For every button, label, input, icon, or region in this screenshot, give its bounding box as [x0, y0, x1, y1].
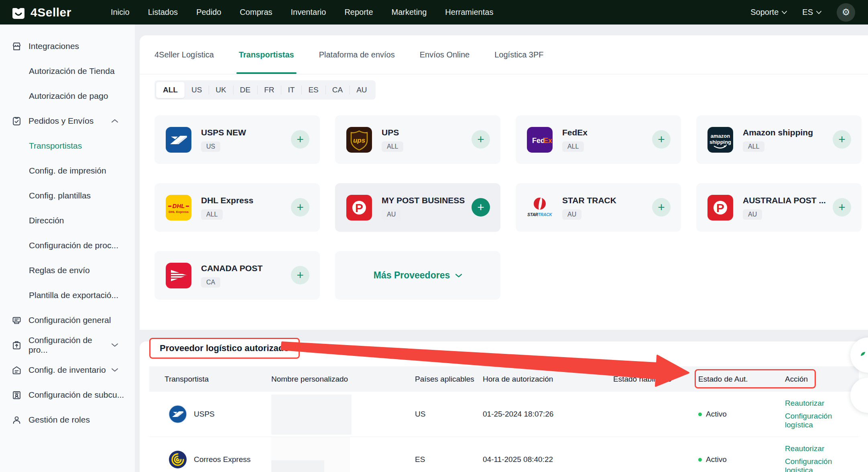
redacted-custom-name — [271, 394, 352, 435]
sidebar-item-configuracion-productos[interactable]: Configuración de pro... — [0, 333, 135, 358]
filter-fr[interactable]: FR — [257, 82, 281, 98]
filter-us[interactable]: US — [185, 82, 209, 98]
nav-item-herramientas[interactable]: Herramientas — [445, 8, 493, 17]
sidebar-item-autorizacion-tienda[interactable]: Autorización de Tienda — [0, 59, 135, 84]
carrier-card-amazon-shipping[interactable]: amazonshipping Amazon shippingALL + — [696, 115, 862, 164]
redacted-custom-name — [271, 460, 324, 472]
carrier-region-tag: CA — [201, 277, 220, 288]
row-carrier-name: Correos Express — [194, 455, 251, 464]
sidebar-item-plantilla-exportacion[interactable]: Plantilla de exportació... — [0, 283, 135, 308]
logistics-config-link[interactable]: Configuración logística — [785, 412, 859, 429]
filter-de[interactable]: DE — [233, 82, 257, 98]
add-carrier-button[interactable]: + — [652, 130, 671, 149]
carrier-card-australia-post[interactable]: P AUSTRALIA POST ...AU + — [696, 183, 862, 232]
status-dot — [698, 458, 702, 462]
support-dropdown[interactable]: Soporte — [750, 8, 787, 17]
main-nav: Inicio Listados Pedido Compras Inventari… — [111, 8, 493, 17]
add-carrier-button[interactable]: + — [291, 198, 309, 217]
col-transportista: Transportista — [149, 375, 271, 384]
nav-item-reporte[interactable]: Reporte — [344, 8, 373, 17]
carrier-region-tag: AU — [743, 209, 762, 220]
toggle-knob — [603, 460, 612, 470]
nav-item-marketing[interactable]: Marketing — [392, 8, 427, 17]
filter-es[interactable]: ES — [301, 82, 325, 98]
plus-icon: + — [658, 201, 665, 213]
add-carrier-button[interactable]: + — [291, 266, 309, 284]
sidebar-item-configuracion-general[interactable]: Configuración general — [0, 308, 135, 333]
add-carrier-button[interactable]: + — [291, 130, 309, 149]
carrier-name: USPS NEW — [201, 128, 246, 137]
carrier-name: CANADA POST — [201, 264, 262, 273]
sidebar-item-configuracion-subcuentas[interactable]: Configuración de subcu... — [0, 382, 135, 407]
tab-envios-online[interactable]: Envíos Online — [420, 35, 470, 74]
carrier-region-tag: ALL — [201, 209, 223, 220]
sidebar-item-pedidos-envios[interactable]: Pedidos y Envíos — [0, 108, 135, 133]
carrier-card-fedex[interactable]: FedEx FedExALL + — [516, 115, 681, 164]
add-carrier-button[interactable]: + — [472, 198, 490, 217]
filter-au[interactable]: AU — [350, 82, 374, 98]
language-dropdown[interactable]: ES — [802, 8, 821, 17]
nav-item-inventario[interactable]: Inventario — [291, 8, 326, 17]
nav-item-inicio[interactable]: Inicio — [111, 8, 130, 17]
add-carrier-button[interactable]: + — [652, 198, 671, 217]
plus-icon: + — [838, 201, 846, 213]
logistics-config-link[interactable]: Configuración logística — [785, 457, 859, 472]
filter-ca[interactable]: CA — [325, 82, 350, 98]
tab-transportistas[interactable]: Transportistas — [239, 35, 294, 74]
nav-item-compras[interactable]: Compras — [240, 8, 272, 17]
filter-uk[interactable]: UK — [209, 82, 233, 98]
carrier-card-canada-post[interactable]: CANADA POSTCA + — [154, 251, 320, 300]
add-carrier-button[interactable]: + — [833, 130, 851, 149]
carrier-card-star-track[interactable]: STARTRACK STAR TRACKAU + — [516, 183, 681, 232]
settings-gear-button[interactable]: ⚙ — [837, 3, 855, 22]
filter-all[interactable]: ALL — [156, 82, 185, 98]
carrier-card-my-post-business[interactable]: P MY POST BUSINESSAU + — [335, 183, 500, 232]
star-track-logo: STARTRACK — [527, 195, 553, 221]
row-countries: US — [415, 410, 483, 419]
sidebar-item-configuracion-proc[interactable]: Configuración de proc... — [0, 233, 135, 258]
plus-icon: + — [838, 133, 846, 145]
brand-logo[interactable]: 4Seller — [10, 4, 71, 20]
sidebar-item-config-impresion[interactable]: Config. de impresión — [0, 158, 135, 183]
sidebar-item-integraciones[interactable]: Integraciones — [0, 34, 135, 59]
carrier-card-ups[interactable]: ups UPSALL + — [335, 115, 500, 164]
usps-logo — [169, 405, 187, 423]
reauthorize-link[interactable]: Reautorizar — [785, 444, 859, 453]
dhl-logo: DHLDHL Express — [166, 195, 191, 221]
svg-text:P: P — [716, 201, 724, 215]
carrier-name: STAR TRACK — [562, 196, 616, 205]
carrier-name: AUSTRALIA POST ... — [743, 196, 826, 205]
amazon-shipping-logo: amazonshipping — [707, 127, 733, 153]
tab-plataforma-envios[interactable]: Plataforma de envíos — [319, 35, 395, 74]
more-providers-button[interactable]: Más Proveedores — [335, 251, 500, 300]
sidebar-item-config-inventario[interactable]: Config. de inventario — [0, 358, 135, 382]
sidebar-item-config-plantillas[interactable]: Config. plantillas — [0, 183, 135, 208]
plus-icon: + — [297, 269, 304, 281]
nav-item-listados[interactable]: Listados — [148, 8, 178, 17]
row-carrier-name: USPS — [194, 410, 215, 419]
carrier-region-tag: ALL — [562, 141, 584, 152]
sidebar-item-transportistas[interactable]: Transportistas — [0, 133, 135, 158]
chevron-down-icon — [816, 11, 821, 14]
add-carrier-button[interactable]: + — [833, 198, 851, 217]
sidebar-item-autorizacion-pago[interactable]: Autorización de pago — [0, 84, 135, 108]
order-bag-icon — [11, 116, 22, 127]
reauthorize-link[interactable]: Reautorizar — [785, 399, 859, 408]
tab-4seller-logistica[interactable]: 4Seller Logística — [154, 35, 214, 74]
sidebar: Integraciones Autorización de Tienda Aut… — [0, 25, 135, 472]
filter-it[interactable]: IT — [281, 82, 301, 98]
sidebar-item-direccion[interactable]: Dirección — [0, 208, 135, 233]
carrier-card-dhl-express[interactable]: DHLDHL Express DHL ExpressALL + — [154, 183, 320, 232]
sidebar-item-reglas-envio[interactable]: Reglas de envío — [0, 258, 135, 283]
nav-item-pedido[interactable]: Pedido — [196, 8, 221, 17]
add-carrier-button[interactable]: + — [472, 130, 490, 149]
plus-icon: + — [477, 201, 484, 213]
storefront-icon — [11, 41, 22, 52]
user-icon — [11, 415, 22, 425]
carrier-card-usps-new[interactable]: USPS NEWUS + — [154, 115, 320, 164]
id-card-icon — [11, 390, 22, 400]
fedex-logo: FedEx — [527, 127, 553, 153]
tab-logistica-3pf[interactable]: Logística 3PF — [494, 35, 543, 74]
sidebar-item-gestion-roles[interactable]: Gestión de roles — [0, 407, 135, 432]
carrier-name: MY POST BUSINESS — [382, 196, 465, 205]
